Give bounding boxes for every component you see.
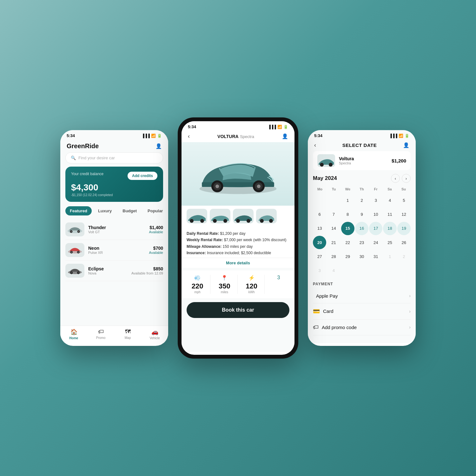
cal-day-30[interactable]: 30 <box>355 250 368 263</box>
cal-day-22[interactable]: 22 <box>341 236 354 249</box>
tab-luxury[interactable]: Luxury <box>94 206 116 215</box>
car-price-eclipse: $850 <box>131 266 163 271</box>
nav-map-label: Map <box>125 336 131 340</box>
back-arrow-icon[interactable]: ‹ <box>188 133 190 140</box>
svg-point-31 <box>320 163 324 167</box>
cal-day-15-today[interactable]: 15 <box>341 222 354 235</box>
prev-month-button[interactable]: ‹ <box>391 174 400 183</box>
payment-option-promo[interactable]: 🏷 Add promo code › <box>313 320 411 335</box>
cal-day-29[interactable]: 29 <box>341 250 354 263</box>
center-header: ‹ VOLTURA Spectra 👤 <box>182 130 294 142</box>
cal-day-3[interactable]: 3 <box>369 194 382 207</box>
cal-day-13[interactable]: 13 <box>313 222 326 235</box>
car-name-thunder: Thunder <box>88 225 145 230</box>
profile-icon-center[interactable]: 👤 <box>282 133 288 139</box>
cal-day-4[interactable]: 4 <box>383 194 396 207</box>
car-hero <box>182 142 294 206</box>
tab-budget[interactable]: Budget <box>118 206 141 215</box>
calendar-section: May 2024 ‹ › Mo Tu We Th Fr Sa Su <box>308 174 416 277</box>
calendar-grid: Mo Tu We Th Fr Sa Su 1 2 3 <box>313 186 411 277</box>
svg-point-25 <box>213 219 217 223</box>
wifi-icon: 📶 <box>151 134 156 138</box>
svg-point-13 <box>71 272 72 273</box>
book-button[interactable]: Book this car <box>187 302 289 318</box>
cal-day-19[interactable]: 19 <box>397 222 411 235</box>
cal-day-27[interactable]: 27 <box>313 250 326 263</box>
cal-day-23[interactable]: 23 <box>355 236 368 249</box>
cal-day-21[interactable]: 21 <box>327 236 340 249</box>
cal-day-5[interactable]: 5 <box>397 194 411 207</box>
more-details-link[interactable]: More details <box>182 258 294 268</box>
center-time: 5:34 <box>188 124 196 129</box>
next-month-button[interactable]: › <box>402 174 411 183</box>
right-screen: ‹ SELECT DATE 👤 Voltura Spectra $1,20 <box>308 139 416 343</box>
profile-icon-right[interactable]: 👤 <box>403 142 409 148</box>
tab-featured[interactable]: Featured <box>65 206 92 215</box>
tab-popular[interactable]: Popular <box>143 206 167 215</box>
thumb-3[interactable] <box>233 209 254 223</box>
payment-option-card[interactable]: 💳 Card › <box>313 303 411 320</box>
profile-icon[interactable]: 👤 <box>155 143 162 149</box>
nav-map[interactable]: 🗺 Map <box>114 328 141 340</box>
right-header: ‹ SELECT DATE 👤 <box>308 139 416 151</box>
cal-day-11[interactable]: 11 <box>383 208 396 221</box>
car-item-eclipse[interactable]: Eclipse Nova $850 Available from 12.09 <box>65 261 163 281</box>
svg-point-28 <box>247 219 250 223</box>
left-header: GreenRide 👤 <box>60 139 168 152</box>
cal-day-6[interactable]: 6 <box>313 208 326 221</box>
calendar-body: 1 2 3 4 5 6 7 8 9 10 11 12 13 <box>313 194 411 277</box>
cal-day-14[interactable]: 14 <box>327 222 340 235</box>
car-price-info-neon: $700 Available <box>149 246 163 255</box>
credit-sub: -$1,150 (12.02.24) completed <box>71 193 157 197</box>
cal-day-31[interactable]: 31 <box>369 250 382 263</box>
car-item-neon[interactable]: Neon Pulse XR $700 Available <box>65 240 163 261</box>
nav-vehicle[interactable]: 🚗 Vehicle <box>141 328 168 340</box>
cal-day-28[interactable]: 28 <box>327 250 340 263</box>
cal-day-16[interactable]: 16 <box>355 222 368 235</box>
search-placeholder: Find your desire car <box>78 155 115 160</box>
nav-promo[interactable]: 🏷 Promo <box>87 328 114 340</box>
cal-day-empty <box>313 194 326 207</box>
thumbnail-row <box>182 206 294 227</box>
cal-day-24[interactable]: 24 <box>369 236 382 249</box>
cal-day-1[interactable]: 1 <box>341 194 354 207</box>
cal-day-10[interactable]: 10 <box>369 208 382 221</box>
cal-day-2[interactable]: 2 <box>355 194 368 207</box>
car-status-eclipse: Available from 12.09 <box>131 271 163 275</box>
stat-speed: 💨 220 mph <box>185 275 210 294</box>
svg-point-24 <box>200 219 204 223</box>
car-price-thunder: $1,400 <box>149 225 163 230</box>
vehicle-icon: 🚗 <box>151 328 158 335</box>
thumb-1[interactable] <box>187 209 207 223</box>
cal-day-20-selected[interactable]: 20 <box>313 236 326 249</box>
back-arrow-icon-right[interactable]: ‹ <box>314 142 316 149</box>
phones-container: 5:34 ▐▐▐ 📶 🔋 GreenRide 👤 🔍 Find your des… <box>60 117 416 359</box>
cal-day-7[interactable]: 7 <box>327 208 340 221</box>
svg-point-27 <box>236 219 240 223</box>
cal-day-8[interactable]: 8 <box>341 208 354 221</box>
thumb-4[interactable] <box>256 209 277 223</box>
map-icon: 🗺 <box>125 328 131 335</box>
svg-point-4 <box>78 231 79 232</box>
nav-home[interactable]: 🏠 Home <box>60 328 87 340</box>
payment-option-applepay[interactable]: Apple Pay › <box>313 289 411 303</box>
svg-point-23 <box>190 219 194 223</box>
car-item-thunder[interactable]: Thunder Volt GT $1,400 Available <box>65 219 163 240</box>
cal-day-12[interactable]: 12 <box>397 208 411 221</box>
promo-label: Add promo code <box>322 325 357 330</box>
cal-day-18[interactable]: 18 <box>383 222 396 235</box>
thumb-2[interactable] <box>210 209 230 223</box>
right-time: 5:34 <box>314 133 322 138</box>
chevron-icon-card: › <box>409 309 411 314</box>
home-icon: 🏠 <box>70 328 77 335</box>
cal-day-25[interactable]: 25 <box>383 236 396 249</box>
car-info-thunder: Thunder Volt GT <box>88 225 145 234</box>
svg-point-3 <box>71 231 72 232</box>
cal-day-26[interactable]: 26 <box>397 236 411 249</box>
search-bar[interactable]: 🔍 Find your desire car <box>65 152 163 163</box>
add-credits-button[interactable]: Add credits <box>128 172 157 180</box>
day-th: Th <box>355 186 369 192</box>
cal-day-9[interactable]: 9 <box>355 208 368 221</box>
cal-day-17[interactable]: 17 <box>369 222 382 235</box>
insurance-label: Insurance: <box>187 251 206 255</box>
